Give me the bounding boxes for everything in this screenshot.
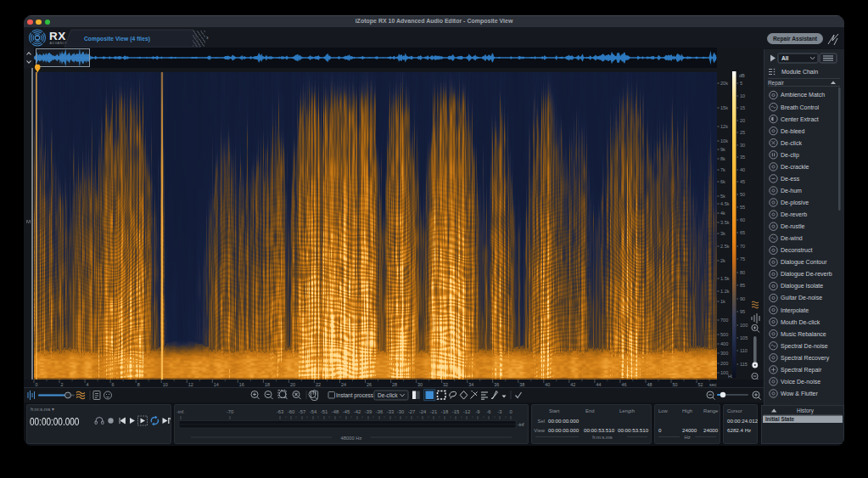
svg-text:Interpolate: Interpolate (781, 307, 809, 314)
svg-text:65: 65 (740, 230, 745, 235)
svg-text:-36: -36 (376, 409, 383, 414)
svg-text:38: 38 (519, 382, 524, 387)
svg-text:-18: -18 (441, 409, 448, 414)
svg-text:-inf: -inf (518, 422, 524, 427)
svg-text:-39: -39 (365, 409, 372, 414)
svg-text:8: 8 (137, 382, 140, 387)
svg-text:20k: 20k (720, 81, 728, 86)
svg-text:Dialogue Contour: Dialogue Contour (781, 259, 827, 266)
svg-text:Dialogue Isolate: Dialogue Isolate (781, 283, 823, 290)
svg-text:26: 26 (367, 382, 372, 387)
svg-text:View: View (534, 428, 545, 433)
svg-text:De-clip: De-clip (781, 152, 799, 159)
svg-text:4.5k: 4.5k (720, 201, 730, 206)
svg-text:0: 0 (658, 427, 662, 433)
svg-text:100: 100 (740, 323, 748, 328)
svg-text:5: 5 (740, 81, 742, 86)
svg-text:Start: Start (549, 408, 560, 413)
svg-text:52: 52 (698, 382, 703, 387)
svg-text:De-wind: De-wind (781, 235, 803, 241)
svg-text:6: 6 (112, 382, 115, 387)
svg-text:Music Rebalance: Music Rebalance (781, 331, 826, 337)
svg-text:42: 42 (570, 382, 575, 387)
svg-text:Spectral De-noise: Spectral De-noise (781, 343, 828, 350)
svg-text:Range: Range (703, 408, 719, 413)
svg-text:5k: 5k (720, 194, 725, 199)
svg-text:46: 46 (621, 382, 626, 387)
svg-text:60: 60 (740, 217, 745, 222)
svg-text:Length: Length (619, 408, 635, 413)
svg-text:300: 300 (720, 351, 728, 356)
svg-text:3k: 3k (720, 231, 725, 236)
svg-text:Center Extract: Center Extract (781, 116, 819, 122)
svg-text:85: 85 (740, 283, 745, 288)
svg-text:High: High (682, 408, 692, 413)
svg-text:32: 32 (443, 382, 448, 387)
svg-text:00:00:00.000: 00:00:00.000 (548, 427, 580, 433)
svg-text:-9: -9 (475, 409, 479, 414)
svg-text:2: 2 (61, 382, 64, 387)
svg-text:6282.4 Hz: 6282.4 Hz (727, 427, 751, 433)
svg-text:-30: -30 (397, 409, 404, 414)
svg-text:75: 75 (740, 256, 745, 261)
svg-text:De-plosive: De-plosive (781, 200, 809, 206)
svg-text:10: 10 (163, 382, 168, 387)
svg-text:500: 500 (720, 332, 728, 337)
svg-text:Cursor: Cursor (727, 408, 742, 413)
svg-text:De-crackle: De-crackle (781, 164, 809, 170)
svg-text:00:00:00.000: 00:00:00.000 (548, 418, 580, 424)
svg-text:35: 35 (740, 155, 745, 160)
svg-text:100: 100 (720, 370, 728, 375)
svg-text:12k: 12k (720, 124, 728, 129)
svg-text:All: All (781, 55, 789, 61)
svg-text:-inf.: -inf. (176, 409, 185, 414)
svg-text:18: 18 (265, 382, 270, 387)
svg-text:10: 10 (740, 93, 745, 98)
svg-text:44: 44 (596, 382, 601, 387)
svg-text:-12: -12 (463, 409, 470, 414)
svg-text:400: 400 (720, 341, 728, 346)
svg-text:De-rustle: De-rustle (781, 223, 805, 229)
svg-text:De-click: De-click (781, 140, 802, 146)
svg-text:-6: -6 (486, 409, 490, 414)
svg-text:1k: 1k (720, 299, 725, 304)
svg-text:1.5k: 1.5k (720, 276, 730, 281)
svg-text:dB: dB (739, 73, 745, 78)
svg-text:Module Chain: Module Chain (781, 69, 818, 75)
svg-text:De-reverb: De-reverb (781, 211, 807, 217)
svg-text:115: 115 (740, 362, 748, 367)
svg-text:12: 12 (188, 382, 193, 387)
svg-text:sec: sec (709, 382, 717, 387)
svg-text:22: 22 (316, 382, 321, 387)
svg-text:End: End (585, 408, 594, 413)
svg-text:De-bleed: De-bleed (781, 128, 805, 134)
svg-text:7k: 7k (720, 167, 725, 172)
svg-text:-70: -70 (227, 409, 233, 414)
svg-text:-21: -21 (430, 409, 437, 414)
svg-text:2.5k: 2.5k (720, 244, 730, 249)
svg-text:De-hum: De-hum (781, 188, 802, 194)
svg-text:200: 200 (720, 361, 728, 366)
svg-text:4: 4 (87, 382, 89, 387)
svg-text:20: 20 (290, 382, 295, 387)
svg-text:-15: -15 (452, 409, 459, 414)
svg-text:10k: 10k (720, 138, 728, 143)
svg-text:9k: 9k (720, 147, 725, 152)
svg-text:Spectral Repair: Spectral Repair (781, 367, 822, 374)
svg-text:105: 105 (740, 335, 748, 340)
svg-text:80: 80 (740, 270, 745, 275)
svg-text:De-ess: De-ess (781, 176, 800, 182)
svg-text:45: 45 (740, 179, 745, 184)
svg-text:Ambience Match: Ambience Match (781, 92, 825, 98)
svg-text:36: 36 (494, 382, 499, 387)
svg-text:24: 24 (341, 382, 346, 387)
svg-text:70: 70 (740, 244, 745, 249)
svg-text:14: 14 (214, 382, 219, 387)
svg-text:-54: -54 (310, 409, 317, 414)
svg-text:34: 34 (468, 382, 473, 387)
svg-text:Repair: Repair (768, 80, 785, 87)
svg-text:28: 28 (392, 382, 397, 387)
svg-text:-45: -45 (343, 409, 350, 414)
svg-text:-42: -42 (354, 409, 361, 414)
svg-text:Sel: Sel (537, 419, 545, 424)
